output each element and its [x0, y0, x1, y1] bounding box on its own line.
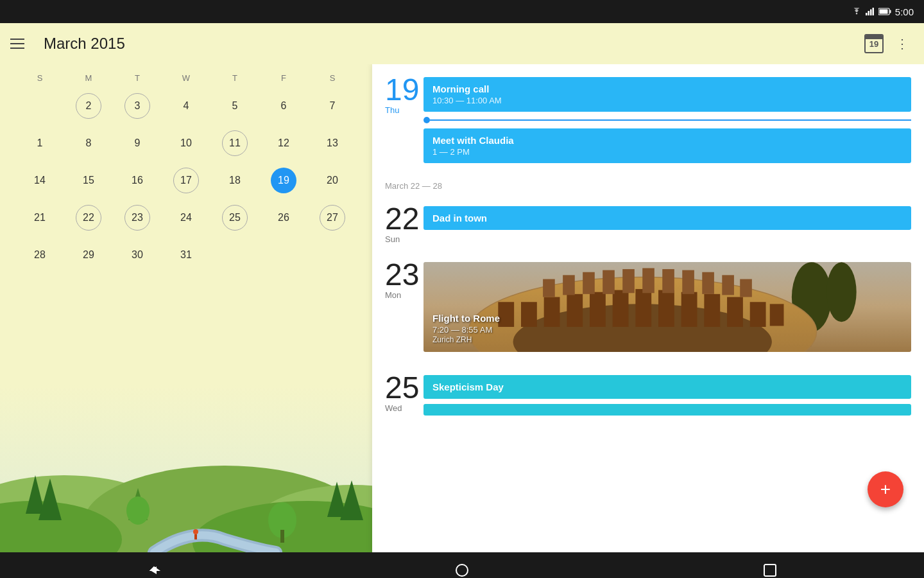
- event-dad-in-town[interactable]: Dad in town: [424, 206, 911, 230]
- cal-cell-12[interactable]: 12: [259, 127, 308, 160]
- status-icons: 5:00: [851, 6, 914, 17]
- date-day-25: Wed: [385, 403, 424, 413]
- fab-add-button[interactable]: +: [868, 471, 903, 507]
- bottom-nav: [0, 552, 924, 578]
- top-bar-actions: 19 ⋮: [862, 32, 914, 55]
- date-day-22: Sun: [385, 234, 424, 244]
- back-icon: [146, 563, 162, 578]
- events-col-22: Dad in town: [424, 204, 911, 235]
- svg-rect-18: [194, 534, 197, 539]
- cal-cell-19[interactable]: 19: [259, 164, 308, 197]
- event-title-skepticism: Skepticism Day: [432, 381, 902, 392]
- event-skepticism-day[interactable]: Skepticism Day: [424, 375, 911, 399]
- day-header-wed: W: [162, 69, 210, 87]
- schedule-panel[interactable]: 19 Thu Morning call 10:30 — 11:00 AM: [372, 64, 924, 552]
- cal-cell-5[interactable]: 5: [210, 89, 259, 123]
- cal-cell-20[interactable]: 20: [308, 164, 357, 197]
- status-time: 5:00: [895, 6, 914, 17]
- date-block-19: 19 Thu: [385, 74, 424, 115]
- day-headers: S M T W T F S: [15, 69, 357, 87]
- cal-cell-3[interactable]: 3: [113, 89, 162, 123]
- signal-icon: [866, 8, 875, 15]
- cal-cell-18[interactable]: 18: [210, 164, 259, 197]
- nav-home-button[interactable]: [443, 551, 481, 578]
- more-icon: ⋮: [896, 36, 909, 51]
- svg-rect-2: [870, 10, 872, 16]
- cal-cell-25[interactable]: 25: [210, 201, 259, 234]
- svg-point-16: [126, 496, 150, 525]
- app-title: March 2015: [44, 35, 862, 53]
- date-num-25: 25: [385, 372, 424, 403]
- event-time-rome: 7:20 — 8:55 AM: [432, 325, 500, 335]
- status-bar: 5:00: [0, 0, 924, 23]
- cal-cell-11[interactable]: 11: [210, 127, 259, 160]
- cal-cell-4[interactable]: 4: [162, 89, 210, 123]
- cal-cell-2[interactable]: 2: [64, 89, 113, 123]
- calendar-icon: 19: [864, 34, 884, 53]
- cal-cell-27[interactable]: 27: [308, 201, 357, 234]
- day-header-sat: S: [308, 69, 357, 87]
- cal-cell-26[interactable]: 26: [259, 201, 308, 234]
- cal-cell-16[interactable]: 16: [113, 164, 162, 197]
- cal-cell-13[interactable]: 13: [308, 127, 357, 160]
- cal-cell-7[interactable]: 7: [308, 89, 357, 123]
- cal-cell-31[interactable]: 31: [162, 238, 210, 272]
- cal-cell-17[interactable]: 17: [162, 164, 210, 197]
- cal-cell-15[interactable]: 15: [64, 164, 113, 197]
- time-dot: [424, 117, 430, 123]
- schedule-section-19: 19 Thu Morning call 10:30 — 11:00 AM: [372, 64, 924, 173]
- time-indicator: [424, 117, 911, 123]
- date-row-25: 25 Wed Skepticism Day: [372, 362, 924, 421]
- menu-button[interactable]: [10, 32, 33, 55]
- cal-cell-30[interactable]: 30: [113, 238, 162, 272]
- week-range-label: March 22 — 28: [372, 173, 924, 193]
- cal-cell-empty4: [308, 238, 357, 272]
- date-num-22: 22: [385, 204, 424, 234]
- events-col-23: Flight to Rome 7:20 — 8:55 AM Zurich ZRH: [424, 259, 911, 357]
- svg-rect-57: [764, 565, 776, 576]
- svg-rect-3: [872, 8, 874, 15]
- cal-cell-empty3: [259, 238, 308, 272]
- cal-cell-9[interactable]: 9: [113, 127, 162, 160]
- nav-back-button[interactable]: [135, 551, 173, 578]
- nav-recent-button[interactable]: [751, 551, 789, 578]
- cal-cell-6[interactable]: 6: [259, 89, 308, 123]
- cal-cell-1[interactable]: 1: [15, 127, 64, 160]
- cal-cell-8[interactable]: 8: [64, 127, 113, 160]
- time-line: [430, 119, 911, 121]
- event-extra[interactable]: [424, 404, 911, 416]
- home-icon: [454, 563, 470, 578]
- cal-cell-10[interactable]: 10: [162, 127, 210, 160]
- cal-cell-23[interactable]: 23: [113, 201, 162, 234]
- event-title-rome: Flight to Rome: [432, 313, 500, 324]
- schedule-section-23: 23 Mon: [372, 249, 924, 362]
- svg-rect-20: [280, 530, 284, 543]
- calendar-today-button[interactable]: 19: [862, 32, 886, 55]
- cal-cell-14[interactable]: 14: [15, 164, 64, 197]
- bg-illustration: [0, 385, 372, 552]
- cal-cell-28[interactable]: 28: [15, 238, 64, 272]
- event-title-dad-in-town: Dad in town: [432, 213, 902, 223]
- svg-rect-0: [866, 13, 868, 15]
- date-block-22: 22 Sun: [385, 204, 424, 244]
- calendar-grid: 2 3 4 5 6 7 1 8 9 10 11 12 13 14 15 16 1…: [15, 89, 357, 272]
- calendar-panel: S M T W T F S 2 3 4 5 6 7 1 8: [0, 64, 372, 552]
- svg-rect-5: [889, 10, 891, 13]
- svg-point-56: [456, 565, 468, 576]
- more-options-button[interactable]: ⋮: [891, 32, 914, 55]
- event-morning-call[interactable]: Morning call 10:30 — 11:00 AM: [424, 77, 911, 112]
- event-flight-rome[interactable]: Flight to Rome 7:20 — 8:55 AM Zurich ZRH: [424, 262, 911, 352]
- svg-rect-1: [868, 11, 869, 15]
- svg-point-17: [193, 529, 198, 534]
- cal-cell-21[interactable]: 21: [15, 201, 64, 234]
- cal-cell-29[interactable]: 29: [64, 238, 113, 272]
- event-title-morning-call: Morning call: [432, 83, 902, 94]
- day-header-thu: T: [210, 69, 259, 87]
- content-area: S M T W T F S 2 3 4 5 6 7 1 8: [0, 64, 924, 552]
- cal-cell-24[interactable]: 24: [162, 201, 210, 234]
- events-col-25: Skepticism Day: [424, 372, 911, 416]
- cal-cell-22[interactable]: 22: [64, 201, 113, 234]
- event-meet-claudia[interactable]: Meet with Claudia 1 — 2 PM: [424, 128, 911, 163]
- svg-rect-6: [879, 10, 887, 14]
- schedule-section-25: 25 Wed Skepticism Day: [372, 362, 924, 421]
